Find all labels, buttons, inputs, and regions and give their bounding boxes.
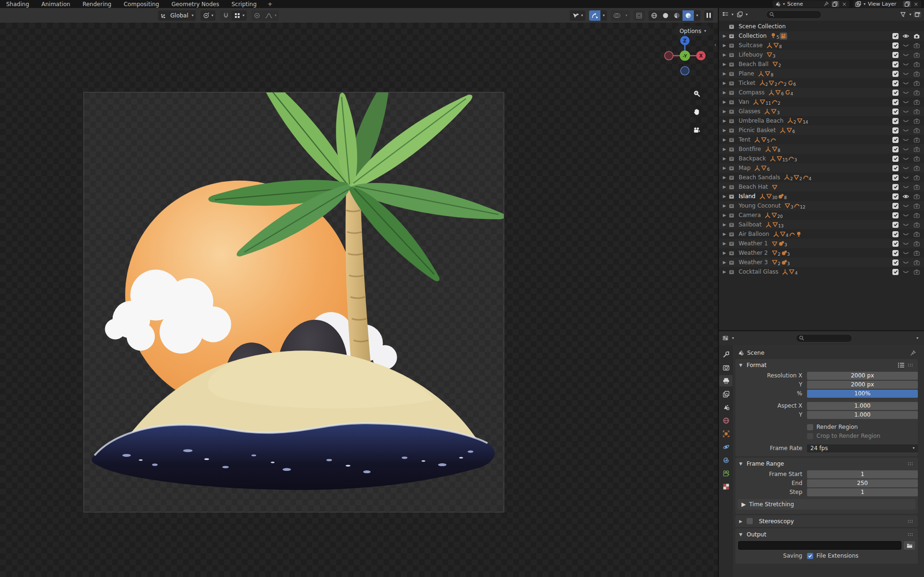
outliner-row-island[interactable]: ▶Island308 — [719, 192, 924, 201]
expand-icon[interactable]: ▶ — [721, 241, 728, 246]
workspace-tab-rendering[interactable]: Rendering — [76, 0, 117, 8]
outliner-row-compass[interactable]: ▶Compass64 — [719, 88, 924, 97]
workspace-tab-scripting[interactable]: Scripting — [225, 0, 263, 8]
eye-closed-icon[interactable] — [902, 99, 909, 106]
expand-icon[interactable]: ▶ — [721, 166, 728, 170]
snap-toggle[interactable] — [220, 10, 232, 21]
outliner-row-picnic-basket[interactable]: ▶Picnic Basket6 — [719, 125, 924, 135]
eye-closed-icon[interactable] — [902, 221, 909, 228]
expand-icon[interactable]: ▶ — [721, 269, 728, 274]
drag-grip-icon[interactable] — [907, 519, 914, 524]
browse-folder-button[interactable] — [904, 541, 915, 550]
eye-closed-icon[interactable] — [902, 250, 909, 257]
render-visibility-icon[interactable] — [913, 155, 920, 162]
properties-tab-scene[interactable] — [719, 401, 733, 413]
render-visibility-icon[interactable] — [913, 202, 920, 209]
collection-checkbox[interactable] — [892, 71, 899, 77]
expand-icon[interactable]: ▶ — [721, 33, 728, 38]
drag-grip-icon[interactable] — [907, 363, 914, 368]
add-workspace-button[interactable]: + — [263, 0, 277, 8]
expand-icon[interactable]: ▶ — [721, 203, 728, 208]
render-visibility-icon[interactable] — [913, 268, 920, 276]
eye-closed-icon[interactable] — [902, 155, 909, 162]
frame-start-field[interactable]: 1 — [807, 470, 918, 478]
outliner-row-camera[interactable]: ▶Camera20 — [719, 210, 924, 220]
collection-checkbox[interactable] — [892, 146, 899, 152]
properties-tab-camera-data[interactable] — [719, 468, 733, 479]
eye-closed-icon[interactable] — [902, 136, 909, 143]
render-visibility-icon[interactable] — [913, 127, 920, 134]
properties-tab-tool[interactable] — [719, 349, 733, 360]
outliner-row-ticket[interactable]: ▶Ticket2226 — [719, 78, 924, 88]
panel-expand-icon[interactable]: ▶ — [739, 519, 744, 524]
breadcrumb-scene-name[interactable]: Scene — [747, 350, 765, 356]
workspace-tab-compositing[interactable]: Compositing — [117, 0, 165, 8]
scene-name[interactable]: Scene — [786, 1, 821, 7]
render-visibility-icon[interactable] — [913, 146, 920, 153]
outliner-row-weather-3[interactable]: ▶Weather 323 — [719, 258, 924, 267]
eye-closed-icon[interactable] — [902, 259, 909, 266]
workspace-tab-shading[interactable]: Shading — [0, 0, 35, 8]
camera-view-button[interactable] — [690, 123, 704, 137]
outliner-row-beach-ball[interactable]: ▶Beach Ball2 — [719, 59, 924, 69]
frame-end-field[interactable]: 250 — [807, 479, 918, 487]
eye-closed-icon[interactable] — [902, 89, 909, 96]
workspace-tab-animation[interactable]: Animation — [35, 0, 76, 8]
eye-closed-icon[interactable] — [902, 61, 909, 68]
collection-checkbox[interactable] — [892, 241, 899, 247]
collection-checkbox[interactable] — [892, 203, 899, 209]
eye-open-icon[interactable] — [902, 193, 909, 200]
pivot-point-dropdown[interactable]: ▾ — [200, 10, 216, 21]
eye-closed-icon[interactable] — [902, 80, 909, 87]
editor-type-dropdown[interactable] — [722, 11, 729, 17]
pin-icon[interactable] — [823, 1, 830, 7]
collection-checkbox[interactable] — [892, 259, 899, 266]
eye-closed-icon[interactable] — [902, 184, 909, 191]
render-visibility-icon[interactable] — [913, 80, 920, 87]
render-visibility-icon[interactable] — [913, 42, 920, 49]
copy-view-layer-icon[interactable] — [903, 1, 911, 7]
outliner-row-cocktail-glass[interactable]: ▶Cocktail Glass4 — [719, 267, 924, 276]
resolution-percentage-slider[interactable]: 100% — [807, 390, 918, 398]
frame-range-panel-title[interactable]: Frame Range — [747, 460, 784, 467]
eye-closed-icon[interactable] — [902, 108, 909, 115]
collection-checkbox[interactable] — [892, 99, 899, 105]
eye-closed-icon[interactable] — [902, 240, 909, 247]
properties-tab-texture[interactable] — [719, 481, 733, 492]
outliner-row-weather-1[interactable]: ▶Weather 13 — [719, 239, 924, 248]
properties-tab-object[interactable] — [719, 428, 733, 439]
crop-render-region-checkbox[interactable] — [807, 433, 813, 439]
outliner-row-umbrella-beach[interactable]: ▶Umbrella Beach214 — [719, 116, 924, 125]
outliner-row-beach-sandals[interactable]: ▶Beach Sandals224 — [719, 173, 924, 182]
gizmo-dropdown[interactable]: ▾ — [600, 10, 607, 21]
resolution-y-field[interactable]: 2000 px — [807, 381, 918, 389]
eye-closed-icon[interactable] — [902, 202, 909, 209]
transform-orientation-dropdown[interactable]: Global ▾ — [158, 10, 196, 21]
expand-icon[interactable]: ▶ — [721, 100, 728, 104]
render-visibility-icon[interactable] — [913, 174, 920, 181]
editor-type-dropdown[interactable] — [722, 335, 729, 341]
expand-icon[interactable]: ▶ — [721, 81, 728, 85]
collection-checkbox[interactable] — [892, 127, 899, 134]
outliner-row-lifebuoy[interactable]: ▶Lifebuoy3 — [719, 50, 924, 59]
outliner-row-sailboat[interactable]: ▶Sailboat13 — [719, 220, 924, 229]
outliner-row-beach-hat[interactable]: ▶Beach Hat — [719, 182, 924, 192]
properties-options-dropdown[interactable]: ▾ — [914, 335, 921, 341]
collection-checkbox[interactable] — [892, 42, 899, 49]
pan-tool-button[interactable] — [690, 105, 704, 119]
expand-icon[interactable]: ▶ — [721, 71, 728, 76]
eye-closed-icon[interactable] — [902, 165, 909, 172]
workspace-tab-geometry-nodes[interactable]: Geometry Nodes — [165, 0, 225, 8]
properties-search-input[interactable] — [796, 334, 852, 343]
viewport-canvas[interactable]: Options▾ ‹ — [0, 23, 718, 577]
properties-tab-output[interactable] — [719, 375, 733, 386]
frame-step-field[interactable]: 1 — [807, 488, 918, 496]
outliner-row-suitcase[interactable]: ▶Suitcase8 — [719, 41, 924, 50]
drag-grip-icon[interactable] — [907, 461, 914, 466]
xray-toggle[interactable] — [633, 10, 645, 21]
properties-tab-world[interactable] — [719, 415, 733, 426]
shading-dropdown[interactable]: ▾ — [694, 10, 700, 21]
drag-grip-icon[interactable] — [907, 532, 914, 537]
expand-icon[interactable]: ▶ — [721, 251, 728, 255]
expand-icon[interactable]: ▶ — [721, 184, 728, 189]
